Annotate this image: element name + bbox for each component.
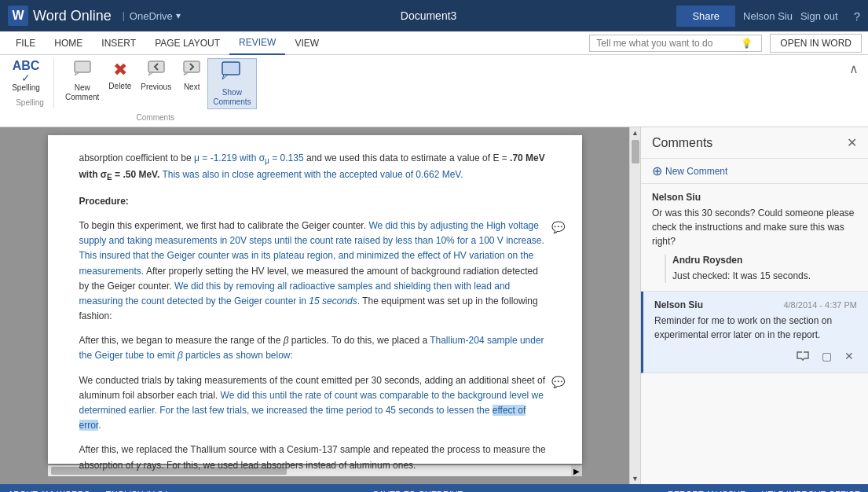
menu-file[interactable]: FILE	[6, 31, 45, 55]
word-icon: W	[8, 6, 28, 26]
show-comments-button[interactable]: ShowComments	[207, 58, 256, 109]
comment-reply-1: Andru Roysden Just checked: It was 15 se…	[665, 255, 857, 283]
comments-panel: Comments ✕ ⊕ New Comment Nelson Siu Or w…	[640, 127, 868, 484]
abc-icon: ABC ✓	[13, 60, 40, 83]
new-comment-button[interactable]: NewComment	[60, 58, 104, 104]
vertical-scroll-thumb[interactable]	[632, 140, 639, 163]
paragraph-1: To begin this experiment, we first had t…	[79, 218, 551, 324]
svg-rect-6	[222, 62, 240, 75]
menu-home[interactable]: HOME	[45, 31, 92, 55]
title-bar: W Word Online | OneDrive ▾ Document3 Sha…	[0, 0, 868, 31]
document-area[interactable]: absorption coefficient to be μ = -1.219 …	[0, 127, 629, 484]
scroll-right-button[interactable]: ▶	[571, 465, 582, 476]
menu-bar: FILE HOME INSERT PAGE LAYOUT REVIEW VIEW…	[0, 31, 868, 55]
menu-view[interactable]: VIEW	[285, 31, 328, 55]
vertical-scrollbar[interactable]: ▲ ▼	[629, 127, 640, 484]
document-page: absorption coefficient to be μ = -1.219 …	[48, 135, 582, 464]
close-action-button[interactable]: ✕	[841, 348, 857, 365]
svg-marker-7	[222, 75, 228, 79]
scroll-up-button[interactable]: ▲	[630, 127, 640, 138]
comments-group: NewComment ✖ Delete Previous	[54, 58, 257, 123]
new-comment-icon	[73, 60, 92, 82]
comments-buttons-row: NewComment ✖ Delete Previous	[60, 58, 257, 109]
comment-body-1: Or was this 30 seconds? Could someone pl…	[652, 206, 857, 248]
scroll-down-button[interactable]: ▼	[630, 473, 640, 484]
new-comment-panel-button[interactable]: ⊕ New Comment	[641, 159, 868, 184]
help-button[interactable]: ?	[854, 9, 860, 23]
svg-marker-3	[148, 72, 153, 75]
svg-marker-1	[75, 72, 79, 75]
next-icon	[182, 60, 201, 81]
comment-thread-2: Nelson Siu 4/8/2014 - 4:37 PM Reminder f…	[641, 292, 868, 373]
next-button[interactable]: Next	[176, 58, 207, 94]
comments-title: Comments	[652, 136, 712, 150]
svg-rect-4	[184, 61, 200, 72]
svg-rect-0	[75, 61, 90, 72]
user-name: Nelson Siu	[743, 10, 793, 22]
ribbon-collapse-button[interactable]: ∧	[846, 58, 862, 79]
comment-bubble-1[interactable]: 💬	[551, 218, 565, 236]
comment-author-2: Nelson Siu	[654, 299, 703, 310]
paragraph-2: After this, we began to measure the rang…	[79, 333, 551, 363]
reply-body-1: Just checked: It was 15 seconds.	[672, 269, 857, 283]
delete-label: Delete	[108, 82, 131, 91]
plus-icon: ⊕	[652, 163, 662, 178]
spelling-label: Spelling	[12, 83, 40, 93]
delete-icon: ✖	[113, 60, 127, 80]
comment-actions-2: ▢ ✕	[654, 348, 857, 365]
tell-me-box[interactable]: 💡	[589, 35, 762, 52]
previous-button[interactable]: Previous	[136, 58, 176, 94]
ribbon: ABC ✓ Spelling Spelling NewComment	[0, 55, 868, 127]
paragraph-3: We conducted trials by taking measuremen…	[79, 373, 551, 434]
word-logo: W Word Online	[8, 6, 112, 26]
sign-out-link[interactable]: Sign out	[800, 10, 838, 22]
menu-review[interactable]: REVIEW	[229, 31, 285, 55]
status-bar: ABOUT 411 WORDS ENGLISH (U.S.) SAVED TO …	[0, 484, 868, 492]
comments-group-label: Comments	[54, 113, 257, 122]
reply-action-button[interactable]	[793, 348, 812, 365]
paragraph-0: absorption coefficient to be μ = -1.219 …	[79, 151, 551, 185]
svg-rect-2	[148, 61, 164, 72]
reply-author-1: Andru Roysden	[672, 255, 857, 266]
delete-button[interactable]: ✖ Delete	[104, 58, 136, 93]
comment-date-2: 4/8/2014 - 4:37 PM	[783, 300, 857, 310]
paragraph-4: After this, we replaced the Thallium sou…	[79, 442, 551, 472]
share-button[interactable]: Share	[676, 6, 735, 27]
spelling-group: ABC ✓ Spelling Spelling	[6, 58, 54, 108]
onedrive-link[interactable]: OneDrive	[130, 10, 173, 22]
svg-marker-5	[184, 72, 189, 75]
comments-header: Comments ✕	[641, 127, 868, 159]
comment-body-2: Reminder for me to work on the section o…	[654, 314, 857, 342]
lightbulb-icon: 💡	[741, 38, 753, 49]
spelling-button[interactable]: ABC ✓ Spelling	[6, 58, 46, 94]
open-in-word-button[interactable]: OPEN IN WORD	[770, 34, 862, 53]
comment-author-1: Nelson Siu	[652, 192, 857, 203]
word-online-label: Word Online	[33, 8, 112, 24]
previous-label: Previous	[141, 83, 171, 92]
doc-title: Document3	[181, 9, 677, 22]
procedure-heading: Procedure:	[79, 194, 551, 209]
menu-insert[interactable]: INSERT	[92, 31, 145, 55]
previous-icon	[147, 60, 166, 81]
show-comments-label: ShowComments	[213, 88, 251, 107]
spelling-group-label: Spelling	[6, 98, 53, 107]
tell-me-input[interactable]	[596, 38, 738, 49]
title-divider: |	[123, 10, 125, 21]
comment-bubble-2[interactable]: 💬	[551, 373, 565, 391]
next-label: Next	[184, 83, 200, 92]
menu-page-layout[interactable]: PAGE LAYOUT	[145, 31, 229, 55]
show-comments-icon	[221, 61, 243, 86]
expand-action-button[interactable]: ▢	[819, 348, 835, 365]
main-area: absorption coefficient to be μ = -1.219 …	[0, 127, 868, 484]
comments-close-button[interactable]: ✕	[847, 135, 857, 150]
new-comment-label: NewComment	[65, 83, 99, 102]
new-comment-panel-label: New Comment	[665, 166, 727, 177]
comment-thread-1: Nelson Siu Or was this 30 seconds? Could…	[641, 184, 868, 292]
